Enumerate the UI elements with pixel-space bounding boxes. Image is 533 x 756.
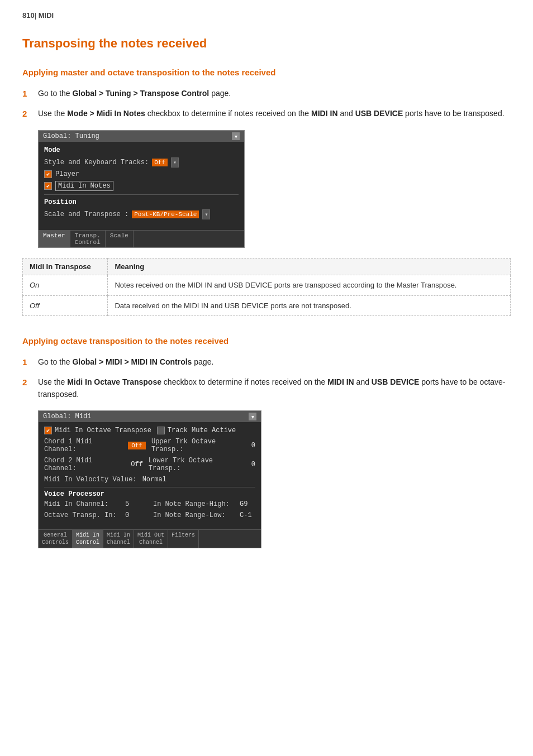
ui-box-tuning: Global: Tuning ▾ Mode Style and Keyboard… <box>38 130 245 248</box>
section1-steps: 1 Go to the Global > Tuning > Transpose … <box>22 87 511 120</box>
ui-box-titlebar: Global: Tuning ▾ <box>39 131 244 142</box>
tab-transp-control[interactable]: Transp.Control <box>70 231 106 247</box>
tab-midi-in-control[interactable]: Midi InControl <box>73 530 103 548</box>
chord1-label: Chord 1 Midi Channel: <box>44 438 125 453</box>
section1-subtitle: Applying master and octave transposition… <box>22 68 511 77</box>
step-2-item: 2 Use the Mode > Midi In Notes checkbox … <box>22 107 511 121</box>
lower-trk-col: Lower Trk Octave Transp.: 0 <box>149 457 255 472</box>
upper-trk-col: Upper Trk Octave Transp.: 0 <box>151 438 255 453</box>
tab-midi-out-channel[interactable]: Midi OutChannel <box>134 530 168 548</box>
chord2-col: Chord 2 Midi Channel: Off <box>44 457 143 472</box>
divider1 <box>44 194 239 195</box>
page-category: MIDI <box>39 11 54 20</box>
step-1-num: 1 <box>22 88 38 101</box>
lower-trk-value: 0 <box>251 461 255 468</box>
mode-label: Mode <box>44 146 239 154</box>
track-mute-label: Track Mute Active <box>168 427 236 434</box>
chord1-col: Chord 1 Midi Channel: Off <box>44 438 146 453</box>
table-cell-on-meaning: Notes received on the MIDI IN and USB DE… <box>108 275 511 296</box>
in-note-low-col: In Note Range-Low: C-1 <box>153 511 252 519</box>
midi-in-channel-value: 5 <box>125 500 147 508</box>
velocity-value: Normal <box>142 476 166 484</box>
section2-subtitle: Applying octave transposition to the not… <box>22 336 511 346</box>
player-row: ✔ Player <box>44 170 239 178</box>
track-mute-col: Track Mute Active <box>157 427 236 434</box>
ui-tabs-midi: GeneralControls Midi InControl Midi InCh… <box>39 529 261 548</box>
ui-box-content: Mode Style and Keyboard Tracks: Off ▾ ✔ … <box>39 142 244 226</box>
step-3-text: Go to the Global > MIDI > MIDI IN Contro… <box>38 356 511 368</box>
lower-trk-label: Lower Trk Octave Transp.: <box>149 457 249 472</box>
midi-in-channel-label: Midi In Channel: <box>44 500 122 508</box>
chord2-row: Chord 2 Midi Channel: Off Lower Trk Octa… <box>44 457 255 472</box>
midi-in-channel-row: Midi In Channel: 5 In Note Range-High: G… <box>44 500 255 508</box>
midi-in-channel-col: Midi In Channel: 5 <box>44 500 147 508</box>
ui-box-midi: Global: Midi ▾ ✔ Midi In Octave Transpos… <box>38 410 261 548</box>
step-3-item: 1 Go to the Global > MIDI > MIDI IN Cont… <box>22 356 511 369</box>
position-label: Position <box>44 198 239 206</box>
table-header-meaning: Meaning <box>108 259 511 275</box>
tab-master[interactable]: Master <box>39 231 70 247</box>
style-kb-dropdown[interactable]: Off <box>152 159 168 166</box>
player-checkbox[interactable]: ✔ <box>44 170 52 178</box>
step-2-num: 2 <box>22 108 38 121</box>
style-kb-row: Style and Keyboard Tracks: Off ▾ <box>44 157 239 168</box>
table-cell-on: On <box>23 275 108 296</box>
page-num-value: 810 <box>22 11 35 20</box>
table-cell-off: Off <box>23 295 108 316</box>
in-note-low-value: C-1 <box>240 511 252 519</box>
chord1-row: Chord 1 Midi Channel: Off Upper Trk Octa… <box>44 438 255 453</box>
style-kb-value: Off <box>154 159 165 166</box>
ui-box2-title: Global: Midi <box>43 413 91 420</box>
scale-transp-value: Post-KB/Pre-Scale <box>134 211 197 218</box>
ui-box-title: Global: Tuning <box>43 132 99 140</box>
midi-in-transpose-table: Midi In Transpose Meaning On Notes recei… <box>22 258 511 316</box>
page-number: 810| MIDI <box>22 11 511 20</box>
chord1-value: Off <box>128 442 146 449</box>
step-1-item: 1 Go to the Global > Tuning > Transpose … <box>22 87 511 101</box>
tab-midi-in-channel[interactable]: Midi InChannel <box>103 530 134 548</box>
step-3-num: 1 <box>22 356 38 369</box>
octave-transpose-label: Midi In Octave Transpose <box>55 427 151 434</box>
collapse-button2[interactable]: ▾ <box>249 413 256 420</box>
upper-trk-value: 0 <box>251 442 255 449</box>
collapse-button[interactable]: ▾ <box>232 132 240 140</box>
table-row-off: Off Data received on the MIDI IN and USB… <box>23 295 511 316</box>
chord2-label: Chord 2 Midi Channel: <box>44 457 128 472</box>
style-kb-arrow[interactable]: ▾ <box>171 157 179 168</box>
ui-box2-titlebar: Global: Midi ▾ <box>39 411 261 422</box>
octave-transpose-checkbox[interactable]: ✔ <box>44 427 52 434</box>
track-mute-checkbox[interactable] <box>157 427 165 434</box>
section2: Applying octave transposition to the not… <box>22 336 511 548</box>
style-kb-label: Style and Keyboard Tracks: <box>44 159 149 166</box>
scale-transp-arrow[interactable]: ▾ <box>202 209 210 219</box>
step-2-text: Use the Mode > Midi In Notes checkbox to… <box>38 107 511 119</box>
player-label: Player <box>55 170 79 178</box>
velocity-label: Midi In Velocity Value: <box>44 476 137 484</box>
midi-in-notes-row: ✔ Midi In Notes <box>44 181 239 191</box>
scale-transp-label: Scale and Transpose : <box>44 210 129 218</box>
velocity-row: Midi In Velocity Value: Normal <box>44 476 255 484</box>
table-cell-off-meaning: Data received on the MIDI IN and USB DEV… <box>108 295 511 316</box>
tab-filters[interactable]: Filters <box>168 530 199 548</box>
tab-scale[interactable]: Scale <box>106 231 134 247</box>
tab-general-controls[interactable]: GeneralControls <box>39 530 73 548</box>
octave-transp-in-label: Octave Transp. In: <box>44 511 122 519</box>
upper-trk-label: Upper Trk Octave Transp.: <box>151 438 249 453</box>
main-title: Transposing the notes received <box>22 36 511 51</box>
table-header-midi-in: Midi In Transpose <box>23 259 108 275</box>
ui-box2-content: ✔ Midi In Octave Transpose Track Mute Ac… <box>39 422 261 525</box>
step-4-num: 2 <box>22 376 38 389</box>
scale-transp-dropdown[interactable]: Post-KB/Pre-Scale <box>132 210 199 218</box>
octave-transp-in-col: Octave Transp. In: 0 <box>44 511 147 519</box>
step-1-text: Go to the Global > Tuning > Transpose Co… <box>38 87 511 99</box>
midi-in-notes-checkbox[interactable]: ✔ <box>44 182 52 190</box>
octave-transpose-col: ✔ Midi In Octave Transpose <box>44 427 151 434</box>
in-note-high-col: In Note Range-High: G9 <box>153 500 248 508</box>
octave-transp-in-value: 0 <box>125 511 147 519</box>
octave-transp-in-row: Octave Transp. In: 0 In Note Range-Low: … <box>44 511 255 519</box>
midi-in-notes-label: Midi In Notes <box>55 181 113 191</box>
octave-transpose-row: ✔ Midi In Octave Transpose Track Mute Ac… <box>44 427 255 434</box>
in-note-high-label: In Note Range-High: <box>153 500 237 508</box>
scale-transp-row: Scale and Transpose : Post-KB/Pre-Scale … <box>44 209 239 219</box>
section2-steps: 1 Go to the Global > MIDI > MIDI IN Cont… <box>22 356 511 400</box>
